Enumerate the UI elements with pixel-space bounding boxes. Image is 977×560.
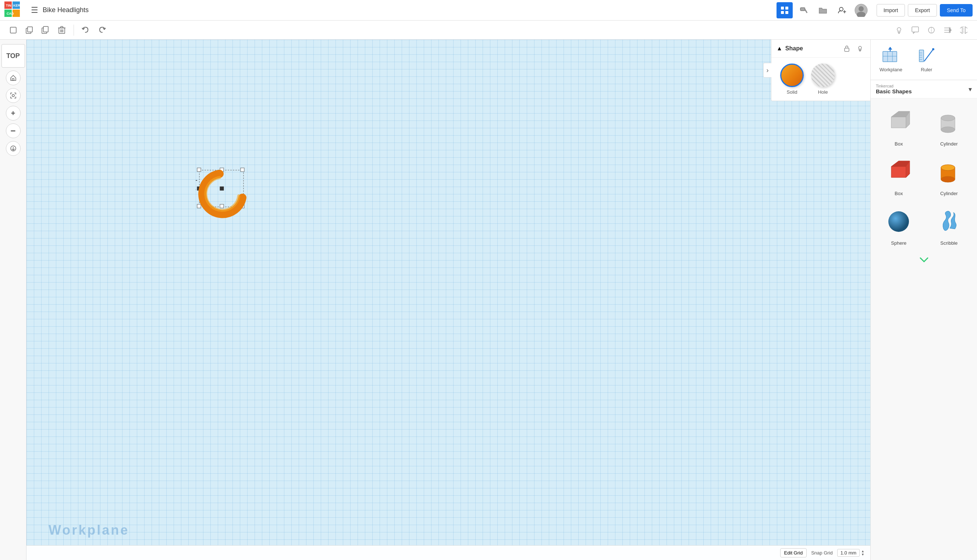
toolbar-separator-1 xyxy=(74,25,74,36)
svg-point-84 xyxy=(941,165,955,170)
svg-marker-74 xyxy=(891,117,906,128)
add-user-btn[interactable] xyxy=(834,2,850,18)
scroll-down-indicator[interactable] xyxy=(871,253,977,267)
left-sidebar: TOP + − xyxy=(0,40,27,560)
comment-btn[interactable] xyxy=(908,23,923,37)
svg-point-79 xyxy=(941,127,955,133)
svg-point-30 xyxy=(897,28,901,31)
ruler-icon xyxy=(917,47,936,65)
undo-btn[interactable] xyxy=(79,23,93,37)
hole-circle xyxy=(811,63,835,87)
folder-btn[interactable] xyxy=(815,2,831,18)
shape-bulb-btn[interactable] xyxy=(855,43,865,53)
canvas-area[interactable]: Workplane xyxy=(27,40,870,560)
tinkercad-logo[interactable]: TIN KER CAD xyxy=(4,2,22,19)
sphere-blue-label: Sphere xyxy=(891,240,907,246)
light-btn[interactable] xyxy=(892,23,907,37)
svg-rect-33 xyxy=(912,27,918,32)
snap-grid-control[interactable]: 1.0 mm ▲ ▼ xyxy=(837,549,865,557)
main-area: TOP + − xyxy=(0,40,977,560)
canvas-bottom-bar: Edit Grid Snap Grid 1.0 mm ▲ ▼ xyxy=(27,545,870,560)
svg-point-85 xyxy=(941,177,955,182)
cylinder-grey-label: Cylinder xyxy=(940,141,958,147)
svg-rect-62 xyxy=(883,52,897,62)
duplicate-btn[interactable] xyxy=(38,23,53,37)
zoom-in-btn[interactable]: + xyxy=(6,106,21,120)
box-red-img xyxy=(882,155,915,188)
right-sidebar-tools: Workplane Ruler xyxy=(871,40,977,80)
svg-rect-8 xyxy=(785,7,788,10)
svg-rect-21 xyxy=(28,27,32,32)
svg-point-59 xyxy=(858,46,862,49)
cut-btn[interactable] xyxy=(6,23,21,37)
shape-card-box-grey[interactable]: Box xyxy=(873,102,924,151)
svg-text:CAD: CAD xyxy=(7,12,14,15)
document-icon-btn[interactable]: ☰ xyxy=(27,2,43,18)
snap-grid-value: 1.0 mm xyxy=(837,549,860,557)
shape-panel: ▲ Shape xyxy=(771,40,870,101)
avatar-btn[interactable] xyxy=(853,2,869,18)
shape-card-cylinder-orange[interactable]: Cylinder xyxy=(924,151,974,201)
navbar: TIN KER CAD ☰ Bike Headlights xyxy=(0,0,977,21)
view-cube[interactable]: TOP xyxy=(2,44,25,68)
svg-rect-57 xyxy=(220,187,224,190)
panel-collapse-up-btn[interactable]: ▲ xyxy=(776,45,783,52)
svg-point-46 xyxy=(12,95,14,97)
hole-option[interactable]: Hole xyxy=(811,63,835,95)
align-btn[interactable] xyxy=(940,23,955,37)
svg-point-17 xyxy=(858,6,864,12)
box-grey-label: Box xyxy=(895,141,903,147)
copy-btn[interactable] xyxy=(22,23,37,37)
toolbar xyxy=(0,21,977,40)
home-btn[interactable] xyxy=(6,70,21,85)
shape-card-scribble-blue[interactable]: Scribble xyxy=(924,201,974,250)
library-brand: Tinkercad xyxy=(876,84,912,88)
svg-rect-19 xyxy=(10,27,16,33)
shape-on-canvas[interactable] xyxy=(196,165,258,221)
scribble-blue-label: Scribble xyxy=(940,240,957,246)
export-btn[interactable]: Export xyxy=(908,4,937,17)
nav-right-actions: Import Export Send To xyxy=(877,4,973,17)
panel-collapse-left-btn[interactable]: › xyxy=(763,63,771,78)
shape-card-box-red[interactable]: Box xyxy=(873,151,924,201)
navbar-icons xyxy=(776,2,869,18)
ruler-tool[interactable]: Ruler xyxy=(913,44,940,75)
library-dropdown-btn[interactable]: ▾ xyxy=(969,85,972,93)
shape-panel-icons xyxy=(841,43,865,53)
solid-option[interactable]: Solid xyxy=(780,63,804,95)
redo-btn[interactable] xyxy=(95,23,109,37)
shapes-grid: Box Cylinder xyxy=(871,98,977,253)
workplane-tool-label: Workplane xyxy=(880,67,902,72)
sphere-blue-img xyxy=(882,205,915,238)
grid-view-btn[interactable] xyxy=(776,2,793,18)
svg-rect-45 xyxy=(12,78,14,80)
shape-card-sphere-blue[interactable]: Sphere xyxy=(873,201,924,250)
hole-label: Hole xyxy=(818,89,828,95)
ruler-tool-label: Ruler xyxy=(921,67,932,72)
svg-rect-23 xyxy=(43,27,48,32)
svg-line-12 xyxy=(805,9,807,13)
import-btn[interactable]: Import xyxy=(877,4,905,17)
edit-grid-btn[interactable]: Edit Grid xyxy=(780,548,807,557)
svg-rect-53 xyxy=(197,204,201,208)
snap-grid-stepper[interactable]: ▲ ▼ xyxy=(861,550,865,556)
svg-rect-9 xyxy=(781,11,784,14)
shape-card-cylinder-grey[interactable]: Cylinder xyxy=(924,102,974,151)
shape-lock-btn[interactable] xyxy=(841,43,852,53)
shape-panel-header: ▲ Shape xyxy=(771,40,870,58)
flip-btn[interactable] xyxy=(956,23,971,37)
svg-line-72 xyxy=(924,49,933,61)
solid-circle xyxy=(780,63,804,87)
delete-btn[interactable] xyxy=(54,23,69,37)
download-btn[interactable] xyxy=(6,141,21,156)
svg-point-86 xyxy=(888,211,909,232)
workplane-label: Workplane xyxy=(49,523,129,538)
zoom-out-btn[interactable]: − xyxy=(6,123,21,138)
solid-label: Solid xyxy=(787,89,798,95)
send-to-btn[interactable]: Send To xyxy=(940,4,973,17)
mirror-btn[interactable] xyxy=(924,23,939,37)
hammer-btn[interactable] xyxy=(796,2,812,18)
workplane-tool[interactable]: Workplane xyxy=(875,44,907,75)
svg-rect-26 xyxy=(61,27,63,28)
fit-view-btn[interactable] xyxy=(6,88,21,103)
